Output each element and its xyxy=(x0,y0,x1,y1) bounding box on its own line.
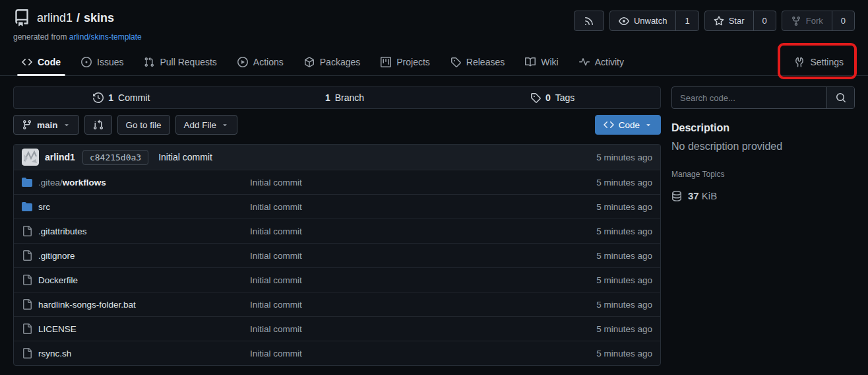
unwatch-label: Unwatch xyxy=(634,16,667,26)
rss-icon xyxy=(584,16,594,26)
tab-pull-requests[interactable]: Pull Requests xyxy=(139,48,221,75)
git-branch-icon xyxy=(310,92,321,103)
avatar[interactable] xyxy=(22,149,39,166)
tag-icon xyxy=(530,92,541,103)
repo-title-separator: / xyxy=(77,11,80,25)
tab-label: Releases xyxy=(466,57,505,67)
stat-label: Branch xyxy=(335,92,364,103)
play-icon xyxy=(237,57,248,67)
rss-button[interactable] xyxy=(574,11,604,31)
stat-branch[interactable]: 1Branch xyxy=(230,87,445,108)
code-button-label: Code xyxy=(619,120,640,130)
stat-count: 0 xyxy=(545,92,551,103)
stat-tags[interactable]: 0Tags xyxy=(445,87,660,108)
code-download-button[interactable]: Code xyxy=(595,115,661,135)
tab-activity[interactable]: Activity xyxy=(574,48,629,75)
tab-code[interactable]: Code xyxy=(17,48,65,75)
file-name-link[interactable]: hardlink-songs-folder.bat xyxy=(38,300,136,310)
file-row: rsync.shInitial commit5 minutes ago xyxy=(14,341,660,365)
repo-size-unit: KiB xyxy=(702,190,717,201)
tab-packages[interactable]: Packages xyxy=(299,48,365,75)
fork-icon xyxy=(791,16,801,26)
file-commit-message-link[interactable]: Initial commit xyxy=(250,324,596,334)
file-name-link[interactable]: Dockerfile xyxy=(38,275,78,285)
settings-highlight-wrap: Settings xyxy=(790,48,848,75)
tab-settings[interactable]: Settings xyxy=(790,57,848,67)
tab-issues[interactable]: Issues xyxy=(77,48,128,75)
file-icon xyxy=(22,324,32,334)
repo-header: arlind1 / skins generated from arlind/sk… xyxy=(0,0,868,42)
file-name-link[interactable]: .gitea/workflows xyxy=(38,178,106,188)
file-name-link[interactable]: rsync.sh xyxy=(38,349,71,358)
repo-tabs: CodeIssuesPull RequestsActionsPackagesPr… xyxy=(17,48,640,75)
commit-hash-badge[interactable]: c84215d0a3 xyxy=(82,150,148,165)
stat-label: Tags xyxy=(555,92,575,103)
description-title: Description xyxy=(671,122,855,134)
unwatch-button[interactable]: Unwatch xyxy=(610,11,676,30)
history-icon xyxy=(93,92,104,103)
fork-label: Fork xyxy=(806,16,823,26)
commit-author-link[interactable]: arlind1 xyxy=(45,152,75,162)
file-name-link[interactable]: .gitattributes xyxy=(38,226,87,236)
repo-owner-link[interactable]: arlind1 xyxy=(37,11,73,25)
fork-button[interactable]: Fork xyxy=(782,11,832,30)
search-input[interactable] xyxy=(672,87,826,108)
file-commit-message-link[interactable]: Initial commit xyxy=(250,349,596,358)
repo-name-link[interactable]: skins xyxy=(84,11,114,25)
file-row: hardlink-songs-folder.batInitial commit5… xyxy=(14,292,660,316)
file-name-link[interactable]: .gitignore xyxy=(38,251,75,261)
repo-tabs-bar: CodeIssuesPull RequestsActionsPackagesPr… xyxy=(0,48,868,76)
manage-topics-link[interactable]: Manage Topics xyxy=(671,170,725,179)
file-icon xyxy=(22,250,32,261)
folder-icon xyxy=(22,177,32,188)
file-commit-time: 5 minutes ago xyxy=(596,202,652,212)
file-commit-message-link[interactable]: Initial commit xyxy=(250,202,596,212)
file-row: DockerfileInitial commit5 minutes ago xyxy=(14,267,660,292)
code-icon xyxy=(22,57,32,67)
git-pull-request-icon xyxy=(144,57,154,67)
book-icon xyxy=(525,57,536,67)
tab-label: Activity xyxy=(595,57,624,67)
file-commit-message-link[interactable]: Initial commit xyxy=(250,251,596,261)
file-commit-message-link[interactable]: Initial commit xyxy=(250,275,596,285)
file-commit-time: 5 minutes ago xyxy=(596,300,652,310)
stars-count[interactable]: 0 xyxy=(753,11,776,30)
file-commit-time: 5 minutes ago xyxy=(596,178,652,188)
file-commit-message-link[interactable]: Initial commit xyxy=(250,300,596,310)
add-file-label: Add File xyxy=(184,120,217,130)
eye-icon xyxy=(619,16,629,26)
file-name-link[interactable]: src xyxy=(38,202,50,212)
file-commit-time: 5 minutes ago xyxy=(596,349,652,358)
tab-wiki[interactable]: Wiki xyxy=(520,48,563,75)
package-icon xyxy=(304,57,315,67)
add-file-button[interactable]: Add File xyxy=(175,115,238,135)
star-button[interactable]: Star xyxy=(705,11,753,30)
git-branch-icon xyxy=(22,119,32,130)
file-commit-message-link[interactable]: Initial commit xyxy=(250,226,596,236)
file-commit-time: 5 minutes ago xyxy=(596,324,652,334)
repo-sidebar: Description No description provided Mana… xyxy=(671,86,855,201)
file-commit-time: 5 minutes ago xyxy=(596,251,652,261)
branch-selector[interactable]: main xyxy=(13,115,79,135)
commit-message-link[interactable]: Initial commit xyxy=(158,152,212,162)
code-search-group xyxy=(671,86,855,109)
tab-releases[interactable]: Releases xyxy=(446,48,509,75)
file-icon xyxy=(22,348,32,358)
tab-actions[interactable]: Actions xyxy=(233,48,288,75)
go-to-file-label: Go to file xyxy=(126,120,162,130)
stat-count: 1 xyxy=(108,92,113,103)
go-to-file-button[interactable]: Go to file xyxy=(117,115,170,135)
compare-button[interactable] xyxy=(84,115,112,135)
generated-from-text: generated from xyxy=(13,32,67,42)
tab-projects[interactable]: Projects xyxy=(376,48,435,75)
file-commit-message-link[interactable]: Initial commit xyxy=(250,178,596,188)
search-button[interactable] xyxy=(826,87,854,108)
watchers-count[interactable]: 1 xyxy=(675,11,698,30)
file-name-link[interactable]: LICENSE xyxy=(38,324,77,334)
stat-commit[interactable]: 1Commit xyxy=(14,87,230,108)
tab-label: Packages xyxy=(320,57,360,67)
repo-icon xyxy=(13,9,30,26)
forks-count[interactable]: 0 xyxy=(832,11,854,30)
chevron-down-icon xyxy=(644,121,652,129)
template-repo-link[interactable]: arlind/skins-template xyxy=(69,32,142,42)
